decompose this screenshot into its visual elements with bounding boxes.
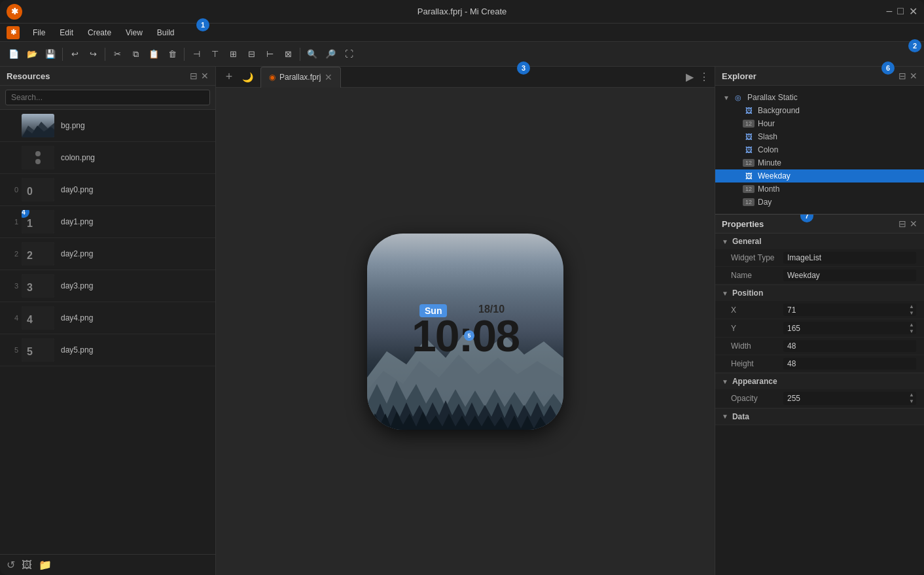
zoom-in-button[interactable]: 🔍: [304, 46, 321, 63]
tree-item-weekday[interactable]: 🖼 Weekday: [715, 169, 924, 183]
prop-x-input[interactable]: [783, 304, 907, 316]
position-section-header[interactable]: ▼ Position: [715, 285, 924, 301]
tree-item-colon[interactable]: 🖼 Colon: [715, 143, 924, 156]
delete-button[interactable]: 🗑: [164, 46, 181, 63]
tree-item-label: Colon: [758, 145, 778, 154]
section-label: General: [732, 237, 762, 246]
explorer-close-button[interactable]: ✕: [910, 71, 917, 81]
add-tab-button[interactable]: +: [221, 69, 237, 85]
resource-name: bg.png: [61, 121, 85, 130]
tree-item-root[interactable]: ▼ ◎ Parallax Static: [715, 91, 924, 104]
resources-panel: Resources ⊟ ✕: [0, 67, 216, 575]
align-right-button[interactable]: ⊢: [261, 46, 278, 63]
resource-name: day5.png: [61, 345, 93, 355]
prop-opacity-input[interactable]: [783, 392, 907, 404]
prop-y-input[interactable]: [783, 322, 907, 334]
redo-button[interactable]: ↪: [84, 46, 101, 63]
close-button[interactable]: ✕: [909, 5, 917, 18]
menu-build[interactable]: Build: [151, 26, 181, 39]
prop-width-input[interactable]: [783, 340, 916, 352]
refresh-button[interactable]: ↺: [7, 559, 15, 571]
menu-logo: ✱: [7, 26, 20, 39]
properties-header: Properties ⊟ ✕ 7: [715, 215, 924, 234]
tree-item-label: Minute: [758, 158, 781, 167]
explorer-pin-button[interactable]: ⊟: [898, 71, 906, 81]
open-file-button[interactable]: 📂: [24, 46, 41, 63]
watchface-colon-dot: 5: [464, 330, 474, 341]
prop-opacity-down[interactable]: ▼: [909, 398, 914, 405]
resource-thumbnail: 0: [22, 178, 54, 201]
fit-screen-button[interactable]: ⛶: [340, 46, 357, 63]
list-item[interactable]: 5 5 day5.png: [0, 334, 215, 366]
tree-item-hour[interactable]: 12 Hour: [715, 117, 924, 130]
title-bar: ✱ Parallax.fprj - Mi Create – □ ✕: [0, 0, 924, 24]
list-item[interactable]: colon.png: [0, 142, 215, 174]
prop-x-row: X ▲ ▼: [715, 301, 924, 319]
more-options-button[interactable]: ⋮: [699, 71, 709, 83]
list-item[interactable]: bg.png: [0, 110, 215, 142]
menu-create[interactable]: Create: [81, 26, 118, 39]
properties-pin-button[interactable]: ⊟: [898, 218, 906, 229]
undo-button[interactable]: ↩: [66, 46, 83, 63]
properties-close-button[interactable]: ✕: [910, 218, 917, 229]
properties-data-section: ▼ Data: [715, 409, 924, 425]
align-v-center-button[interactable]: ⊟: [243, 46, 260, 63]
add-folder-button[interactable]: 📁: [39, 559, 52, 571]
list-item[interactable]: 3 3 day3.png: [0, 270, 215, 302]
prop-height-row: Height: [715, 355, 924, 373]
prop-height-label: Height: [731, 359, 783, 368]
list-item[interactable]: 1 1 4 day1.png: [0, 206, 215, 238]
tree-item-label: Day: [758, 198, 772, 207]
properties-title: Properties: [722, 219, 764, 229]
dark-mode-button[interactable]: 🌙: [240, 69, 255, 85]
zoom-out-button[interactable]: 🔎: [322, 46, 339, 63]
prop-x-stepper-arrows: ▲ ▼: [907, 304, 916, 316]
prop-opacity-up[interactable]: ▲: [909, 392, 914, 398]
tab-parallax[interactable]: ◉ Parallax.fprj ✕: [260, 67, 341, 88]
tree-item-month[interactable]: 12 Month: [715, 183, 924, 196]
prop-height-input[interactable]: [783, 358, 916, 370]
tree-image-icon: 🖼: [743, 133, 755, 141]
list-item[interactable]: 4 4 day4.png: [0, 302, 215, 334]
cut-button[interactable]: ✂: [109, 46, 126, 63]
distribute-button[interactable]: ⊠: [279, 46, 296, 63]
general-section-header[interactable]: ▼ General: [715, 234, 924, 249]
menu-edit[interactable]: Edit: [53, 26, 80, 39]
resources-close-button[interactable]: ✕: [201, 71, 209, 81]
prop-name-input[interactable]: [783, 270, 916, 281]
resource-name: day4.png: [61, 313, 93, 322]
data-section-header[interactable]: ▼ Data: [715, 409, 924, 425]
tree-item-slash[interactable]: 🖼 Slash: [715, 130, 924, 143]
prop-y-up[interactable]: ▲: [909, 322, 914, 328]
resources-pin-button[interactable]: ⊟: [190, 71, 198, 81]
list-item[interactable]: 0 0 day0.png: [0, 174, 215, 206]
add-image-button[interactable]: 🖼: [22, 559, 32, 571]
play-button[interactable]: ▶: [686, 71, 694, 83]
menu-file[interactable]: File: [26, 26, 52, 39]
menu-view[interactable]: View: [119, 26, 149, 39]
tree-item-background[interactable]: 🖼 Background: [715, 104, 924, 117]
copy-button[interactable]: ⧉: [127, 46, 144, 63]
list-item[interactable]: 2 2 day2.png: [0, 238, 215, 270]
tree-item-label: Weekday: [758, 171, 791, 181]
paste-button[interactable]: 📋: [145, 46, 162, 63]
maximize-button[interactable]: □: [897, 5, 904, 18]
search-input[interactable]: [5, 90, 210, 105]
tab-close-button[interactable]: ✕: [325, 72, 332, 82]
tree-item-day[interactable]: 12 Day: [715, 196, 924, 209]
prop-x-down[interactable]: ▼: [909, 310, 914, 317]
separator-1: [62, 48, 63, 61]
minimize-button[interactable]: –: [886, 5, 892, 18]
align-h-center-button[interactable]: ⊞: [224, 46, 241, 63]
align-top-button[interactable]: ⊤: [206, 46, 223, 63]
prop-opacity-stepper: ▲ ▼: [783, 392, 916, 404]
prop-y-down[interactable]: ▼: [909, 328, 914, 335]
resource-thumbnail: [22, 114, 54, 137]
align-left-button[interactable]: ⊣: [188, 46, 205, 63]
new-file-button[interactable]: 📄: [5, 46, 22, 63]
save-file-button[interactable]: 💾: [42, 46, 59, 63]
prop-width-row: Width: [715, 338, 924, 355]
prop-x-up[interactable]: ▲: [909, 304, 914, 310]
tree-item-minute[interactable]: 12 Minute: [715, 156, 924, 169]
appearance-section-header[interactable]: ▼ Appearance: [715, 374, 924, 389]
